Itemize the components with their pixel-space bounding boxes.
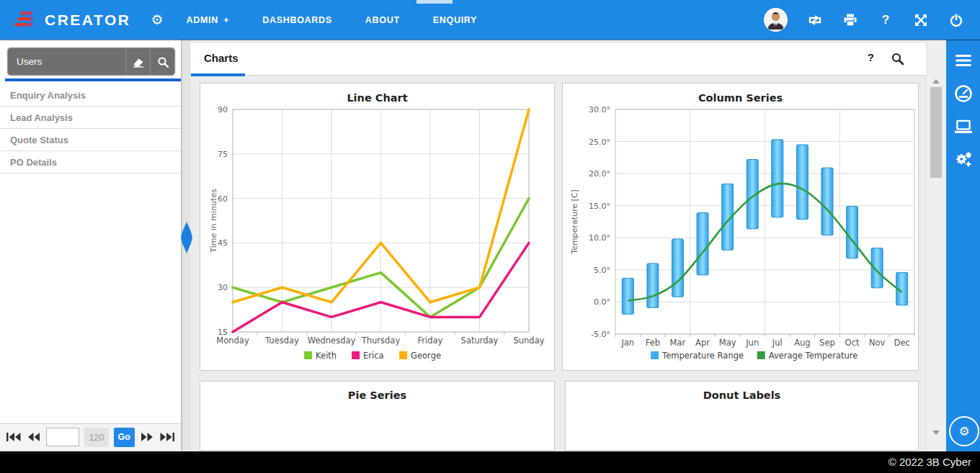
svg-text:0.0°: 0.0° (594, 297, 610, 307)
settings-gear-icon[interactable]: ⚙ (151, 12, 163, 28)
sidebar-search-box (7, 48, 175, 76)
first-page-button[interactable] (6, 431, 22, 443)
search-button[interactable] (150, 48, 174, 75)
svg-text:90: 90 (218, 105, 228, 114)
sidebar-item-enquiry-analysis[interactable]: Enquiry Analysis (0, 84, 181, 107)
nav-item-admin[interactable]: ADMIN+ (186, 14, 229, 25)
brand-title[interactable]: CREATOR (45, 12, 130, 29)
svg-text:Temperature [C]: Temperature [C] (570, 189, 579, 254)
services-cogs-icon[interactable] (954, 150, 973, 169)
footer: © 2022 3B Cyber (0, 451, 980, 473)
next-page-button[interactable] (140, 431, 154, 443)
creator-logo-icon[interactable] (12, 9, 37, 32)
svg-text:Average Temperature: Average Temperature (769, 351, 858, 361)
svg-text:45: 45 (218, 238, 228, 248)
line-chart[interactable]: Line Chart153045607590Time in minutesMon… (200, 84, 554, 373)
prev-page-button[interactable] (27, 431, 41, 443)
user-avatar[interactable] (764, 8, 788, 32)
svg-text:20.0°: 20.0° (589, 169, 610, 179)
next-page-icon (140, 431, 154, 443)
laptop-icon[interactable] (954, 117, 973, 136)
column-series-panel: Column Series30.0°25.0°20.0°15.0°10.0°5.… (562, 83, 919, 371)
vertical-scrollbar (926, 40, 946, 451)
svg-text:Jul: Jul (772, 338, 783, 348)
main-nav: ADMIN+ DASHBOARDS ABOUT ENQUIRY (186, 14, 510, 25)
sidebar-splitter[interactable] (182, 40, 190, 451)
line-chart-panel: Line Chart153045607590Time in minutesMon… (200, 83, 555, 371)
sidebar-loading-bar (5, 78, 181, 81)
sidebar-item-po-details[interactable]: PO Details (0, 151, 181, 174)
donut-labels-panel: Donut Labels (565, 381, 919, 451)
svg-text:Apr: Apr (695, 338, 710, 348)
svg-text:Saturday: Saturday (461, 335, 499, 346)
scroll-up-arrow[interactable] (932, 79, 940, 84)
svg-text:Jan: Jan (620, 338, 634, 348)
right-toolbar (946, 40, 980, 451)
fullscreen-icon[interactable] (913, 12, 929, 28)
sidebar-menu: Enquiry Analysis Lead Analysis Quote Sta… (0, 84, 181, 174)
donut-labels-title: Donut Labels (566, 389, 918, 401)
help-icon[interactable]: ? (878, 12, 894, 28)
svg-text:Oct: Oct (845, 338, 860, 348)
svg-text:Column Series: Column Series (698, 92, 783, 104)
svg-text:Monday: Monday (216, 335, 249, 346)
nav-dropdown-notch (416, 0, 453, 4)
svg-text:25.0°: 25.0° (589, 138, 610, 147)
svg-text:75: 75 (218, 150, 228, 159)
menu-hamburger-icon[interactable] (954, 51, 973, 70)
svg-text:Dec: Dec (894, 338, 910, 348)
search-input[interactable] (8, 55, 125, 68)
pie-series-panel: Pie Series (200, 381, 555, 451)
topbar-actions: ? (764, 8, 980, 32)
last-page-button[interactable] (159, 431, 175, 443)
svg-text:-5.0°: -5.0° (591, 330, 610, 339)
svg-text:Feb: Feb (646, 338, 660, 348)
svg-text:15.0°: 15.0° (589, 202, 610, 211)
svg-text:10.0°: 10.0° (589, 233, 610, 243)
svg-text:Time in minutes: Time in minutes (209, 189, 218, 253)
sidebar-item-quote-status[interactable]: Quote Status (0, 129, 181, 151)
tab-help-icon[interactable]: ? (868, 51, 874, 63)
nav-item-about[interactable]: ABOUT (365, 15, 400, 25)
gear-icon: ⚙ (958, 424, 969, 439)
last-page-icon (159, 431, 175, 443)
svg-text:Line Chart: Line Chart (347, 92, 407, 104)
go-button[interactable]: Go (114, 428, 135, 447)
svg-text:Jun: Jun (745, 338, 759, 348)
power-icon[interactable] (948, 12, 964, 28)
left-sidebar: Enquiry Analysis Lead Analysis Quote Sta… (0, 40, 182, 423)
svg-text:Erica: Erica (363, 351, 384, 361)
pie-series-title: Pie Series (200, 389, 554, 401)
app-window: CREATOR ⚙ ADMIN+ DASHBOARDS ABOUT ENQUIR… (0, 0, 980, 473)
nav-item-dashboards[interactable]: DASHBOARDS (262, 15, 332, 25)
svg-text:Aug: Aug (794, 338, 810, 348)
tab-active-underline (191, 73, 245, 76)
floating-settings-button[interactable]: ⚙ (949, 416, 979, 446)
sidebar-item-lead-analysis[interactable]: Lead Analysis (0, 107, 181, 129)
svg-text:Tuesday: Tuesday (264, 335, 299, 346)
svg-text:30.0°: 30.0° (589, 105, 610, 114)
eraser-icon (132, 56, 145, 68)
svg-text:Nov: Nov (869, 338, 886, 348)
svg-text:5.0°: 5.0° (594, 266, 610, 275)
page-number-input[interactable] (46, 428, 79, 446)
page-size-box: 120 (84, 428, 108, 447)
svg-text:Mar: Mar (670, 338, 686, 348)
column-series-chart[interactable]: Column Series30.0°25.0°20.0°15.0°10.0°5.… (563, 84, 918, 373)
nav-item-enquiry[interactable]: ENQUIRY (433, 15, 477, 25)
content-tabbar: Charts ? (191, 43, 926, 76)
print-icon[interactable] (842, 12, 858, 28)
tab-search-icon[interactable] (891, 52, 904, 68)
clear-eraser-button[interactable] (125, 48, 150, 75)
dashboard-gauge-icon[interactable] (954, 84, 973, 103)
top-navbar: CREATOR ⚙ ADMIN+ DASHBOARDS ABOUT ENQUIR… (0, 0, 980, 40)
scrollbar-thumb[interactable] (930, 87, 942, 178)
scroll-down-arrow[interactable] (932, 431, 940, 435)
refresh-icon[interactable] (807, 12, 823, 28)
svg-text:60: 60 (218, 194, 228, 204)
splitter-handle[interactable] (181, 222, 192, 256)
tab-charts[interactable]: Charts (204, 52, 239, 64)
svg-text:Keith: Keith (316, 351, 337, 361)
svg-text:Temperature Range: Temperature Range (662, 351, 744, 361)
svg-text:Thursday: Thursday (361, 335, 401, 346)
